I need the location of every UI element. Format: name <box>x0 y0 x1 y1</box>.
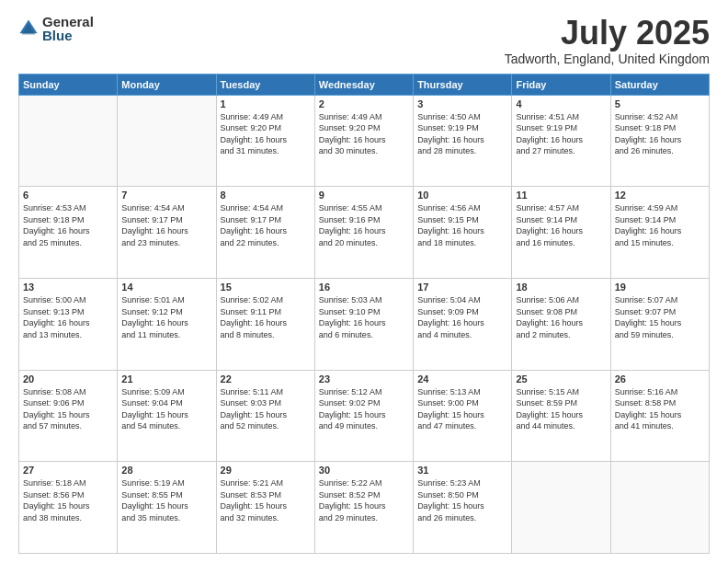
calendar-cell: 6Sunrise: 4:53 AM Sunset: 9:18 PM Daylig… <box>19 187 118 279</box>
calendar-week-5: 27Sunrise: 5:18 AM Sunset: 8:56 PM Dayli… <box>19 462 710 554</box>
calendar-cell: 8Sunrise: 4:54 AM Sunset: 9:17 PM Daylig… <box>216 187 314 279</box>
day-number: 15 <box>221 282 311 293</box>
day-info: Sunrise: 5:06 AM Sunset: 9:08 PM Dayligh… <box>516 294 606 340</box>
day-number: 21 <box>121 373 211 385</box>
day-info: Sunrise: 5:19 AM Sunset: 8:55 PM Dayligh… <box>121 477 211 523</box>
day-number: 11 <box>516 190 606 201</box>
day-info: Sunrise: 4:51 AM Sunset: 9:19 PM Dayligh… <box>516 111 606 157</box>
day-info: Sunrise: 5:08 AM Sunset: 9:06 PM Dayligh… <box>23 386 113 432</box>
day-number: 12 <box>615 190 705 201</box>
calendar-week-1: 1Sunrise: 4:49 AM Sunset: 9:20 PM Daylig… <box>19 95 710 187</box>
day-number: 9 <box>319 190 409 201</box>
header-saturday: Saturday <box>610 74 709 95</box>
day-info: Sunrise: 5:13 AM Sunset: 9:00 PM Dayligh… <box>417 386 507 432</box>
header: General Blue July 2025 Tadworth, England… <box>18 15 710 66</box>
day-number: 6 <box>23 190 113 201</box>
calendar-cell: 31Sunrise: 5:23 AM Sunset: 8:50 PM Dayli… <box>414 462 512 554</box>
day-number: 3 <box>417 98 507 109</box>
day-number: 22 <box>221 373 311 385</box>
calendar-cell <box>118 95 216 187</box>
calendar-cell: 11Sunrise: 4:57 AM Sunset: 9:14 PM Dayli… <box>512 187 610 279</box>
day-info: Sunrise: 5:12 AM Sunset: 9:02 PM Dayligh… <box>319 386 409 432</box>
calendar-cell: 4Sunrise: 4:51 AM Sunset: 9:19 PM Daylig… <box>512 95 610 187</box>
calendar-cell: 29Sunrise: 5:21 AM Sunset: 8:53 PM Dayli… <box>216 462 314 554</box>
calendar-cell: 22Sunrise: 5:11 AM Sunset: 9:03 PM Dayli… <box>216 370 314 462</box>
calendar-cell: 20Sunrise: 5:08 AM Sunset: 9:06 PM Dayli… <box>19 370 118 462</box>
calendar-table: Sunday Monday Tuesday Wednesday Thursday… <box>18 74 710 554</box>
header-friday: Friday <box>512 74 610 95</box>
logo-blue-text: Blue <box>42 29 94 42</box>
day-number: 5 <box>615 98 705 109</box>
day-info: Sunrise: 5:11 AM Sunset: 9:03 PM Dayligh… <box>221 386 311 432</box>
day-number: 13 <box>23 282 113 293</box>
day-info: Sunrise: 4:57 AM Sunset: 9:14 PM Dayligh… <box>516 202 606 248</box>
calendar-cell: 10Sunrise: 4:56 AM Sunset: 9:15 PM Dayli… <box>414 187 512 279</box>
day-info: Sunrise: 4:54 AM Sunset: 9:17 PM Dayligh… <box>121 202 211 248</box>
title-block: July 2025 Tadworth, England, United King… <box>505 15 710 66</box>
day-info: Sunrise: 4:56 AM Sunset: 9:15 PM Dayligh… <box>417 202 507 248</box>
day-info: Sunrise: 5:04 AM Sunset: 9:09 PM Dayligh… <box>417 294 507 340</box>
calendar-cell: 5Sunrise: 4:52 AM Sunset: 9:18 PM Daylig… <box>610 95 709 187</box>
calendar-cell: 1Sunrise: 4:49 AM Sunset: 9:20 PM Daylig… <box>216 95 314 187</box>
calendar-cell <box>19 95 118 187</box>
day-info: Sunrise: 4:55 AM Sunset: 9:16 PM Dayligh… <box>319 202 409 248</box>
day-info: Sunrise: 4:59 AM Sunset: 9:14 PM Dayligh… <box>615 202 705 248</box>
day-number: 25 <box>516 373 606 385</box>
day-number: 26 <box>615 373 705 385</box>
header-tuesday: Tuesday <box>216 74 314 95</box>
calendar-cell <box>512 462 610 554</box>
header-thursday: Thursday <box>414 74 512 95</box>
day-info: Sunrise: 5:15 AM Sunset: 8:59 PM Dayligh… <box>516 386 606 432</box>
day-number: 20 <box>23 373 113 385</box>
calendar-cell: 7Sunrise: 4:54 AM Sunset: 9:17 PM Daylig… <box>118 187 216 279</box>
day-info: Sunrise: 5:22 AM Sunset: 8:52 PM Dayligh… <box>319 477 409 523</box>
calendar-cell: 16Sunrise: 5:03 AM Sunset: 9:10 PM Dayli… <box>314 278 413 370</box>
day-info: Sunrise: 5:03 AM Sunset: 9:10 PM Dayligh… <box>319 294 409 340</box>
day-number: 28 <box>121 465 211 476</box>
day-number: 29 <box>221 465 311 476</box>
day-number: 8 <box>221 190 311 201</box>
calendar-cell: 2Sunrise: 4:49 AM Sunset: 9:20 PM Daylig… <box>314 95 413 187</box>
day-number: 27 <box>23 465 113 476</box>
calendar-cell: 23Sunrise: 5:12 AM Sunset: 9:02 PM Dayli… <box>314 370 413 462</box>
day-number: 30 <box>319 465 409 476</box>
logo-icon <box>18 18 39 39</box>
day-info: Sunrise: 5:18 AM Sunset: 8:56 PM Dayligh… <box>23 477 113 523</box>
logo: General Blue <box>18 15 94 42</box>
calendar-cell <box>610 462 709 554</box>
day-info: Sunrise: 5:07 AM Sunset: 9:07 PM Dayligh… <box>615 294 705 340</box>
title-location: Tadworth, England, United Kingdom <box>505 52 710 66</box>
day-info: Sunrise: 4:50 AM Sunset: 9:19 PM Dayligh… <box>417 111 507 157</box>
calendar-week-2: 6Sunrise: 4:53 AM Sunset: 9:18 PM Daylig… <box>19 187 710 279</box>
calendar-week-3: 13Sunrise: 5:00 AM Sunset: 9:13 PM Dayli… <box>19 278 710 370</box>
day-number: 23 <box>319 373 409 385</box>
header-wednesday: Wednesday <box>314 74 413 95</box>
calendar-cell: 17Sunrise: 5:04 AM Sunset: 9:09 PM Dayli… <box>414 278 512 370</box>
day-number: 14 <box>121 282 211 293</box>
header-sunday: Sunday <box>19 74 118 95</box>
day-info: Sunrise: 5:00 AM Sunset: 9:13 PM Dayligh… <box>23 294 113 340</box>
calendar-cell: 15Sunrise: 5:02 AM Sunset: 9:11 PM Dayli… <box>216 278 314 370</box>
day-number: 4 <box>516 98 606 109</box>
day-info: Sunrise: 4:53 AM Sunset: 9:18 PM Dayligh… <box>23 202 113 248</box>
calendar-cell: 19Sunrise: 5:07 AM Sunset: 9:07 PM Dayli… <box>610 278 709 370</box>
day-info: Sunrise: 5:23 AM Sunset: 8:50 PM Dayligh… <box>417 477 507 523</box>
title-month: July 2025 <box>505 15 710 52</box>
day-info: Sunrise: 5:09 AM Sunset: 9:04 PM Dayligh… <box>121 386 211 432</box>
calendar-cell: 27Sunrise: 5:18 AM Sunset: 8:56 PM Dayli… <box>19 462 118 554</box>
day-number: 7 <box>121 190 211 201</box>
day-info: Sunrise: 5:16 AM Sunset: 8:58 PM Dayligh… <box>615 386 705 432</box>
logo-text: General Blue <box>42 15 94 42</box>
day-number: 17 <box>417 282 507 293</box>
calendar-cell: 30Sunrise: 5:22 AM Sunset: 8:52 PM Dayli… <box>314 462 413 554</box>
day-info: Sunrise: 5:21 AM Sunset: 8:53 PM Dayligh… <box>221 477 311 523</box>
day-info: Sunrise: 4:49 AM Sunset: 9:20 PM Dayligh… <box>221 111 311 157</box>
header-monday: Monday <box>118 74 216 95</box>
day-info: Sunrise: 4:54 AM Sunset: 9:17 PM Dayligh… <box>221 202 311 248</box>
day-number: 18 <box>516 282 606 293</box>
calendar-cell: 18Sunrise: 5:06 AM Sunset: 9:08 PM Dayli… <box>512 278 610 370</box>
calendar-cell: 25Sunrise: 5:15 AM Sunset: 8:59 PM Dayli… <box>512 370 610 462</box>
day-info: Sunrise: 4:49 AM Sunset: 9:20 PM Dayligh… <box>319 111 409 157</box>
day-info: Sunrise: 4:52 AM Sunset: 9:18 PM Dayligh… <box>615 111 705 157</box>
day-number: 10 <box>417 190 507 201</box>
